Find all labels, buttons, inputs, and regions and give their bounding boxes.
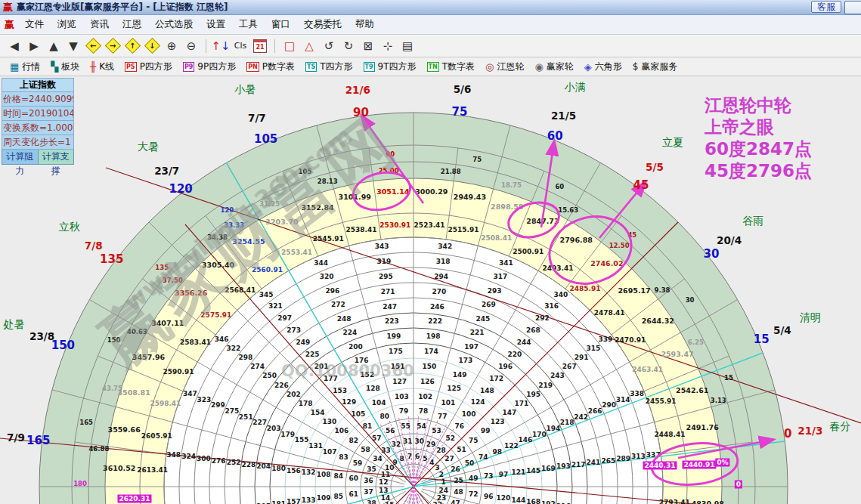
svg-text:193: 193 — [556, 462, 571, 470]
winner-service-button[interactable]: $ 赢家服务 — [633, 60, 677, 73]
svg-text:2613.41: 2613.41 — [137, 466, 168, 474]
svg-text:276: 276 — [212, 457, 226, 465]
triangle-tool-button[interactable]: △ — [300, 37, 318, 55]
zoom-out-button[interactable]: ⊖ — [182, 37, 200, 55]
t-square-button-icon: TS — [305, 62, 317, 72]
customer-service-button[interactable]: 客服 — [811, 1, 841, 13]
pan-right-button[interactable]: → — [104, 37, 122, 55]
svg-text:52: 52 — [445, 434, 455, 442]
svg-text:179: 179 — [280, 431, 295, 438]
rotate-ccw-button[interactable]: ↺ — [320, 37, 338, 55]
menu-item-2[interactable]: 资讯 — [83, 16, 116, 32]
t-number-table-button[interactable]: TNT数字表 — [427, 60, 475, 73]
svg-text:83: 83 — [339, 453, 348, 461]
delete-box-button[interactable]: ⊠ — [359, 37, 377, 55]
svg-text:3407.11: 3407.11 — [151, 319, 184, 327]
winner-wheel-button[interactable]: ◉赢家轮 — [534, 60, 573, 73]
svg-text:2463.41: 2463.41 — [632, 366, 663, 373]
svg-text:226: 226 — [274, 382, 289, 389]
t-square-button[interactable]: TST四方形 — [305, 60, 353, 73]
svg-text:33: 33 — [381, 447, 391, 454]
menu-item-4[interactable]: 公式选股 — [148, 16, 200, 32]
svg-text:58: 58 — [361, 446, 370, 453]
menu-item-5[interactable]: 设置 — [200, 16, 232, 32]
quotes-button[interactable]: ▦行情 — [10, 60, 40, 73]
svg-text:171: 171 — [514, 400, 528, 407]
calc-resistance-button[interactable]: 计算阻力 — [2, 150, 38, 165]
kline-button[interactable]: ╫K线 — [90, 60, 114, 73]
svg-text:271: 271 — [381, 288, 395, 295]
svg-text:23: 23 — [437, 494, 447, 502]
svg-text:129: 129 — [342, 398, 356, 406]
pan-up-button[interactable]: ↑ — [123, 37, 141, 55]
svg-text:31: 31 — [403, 438, 413, 445]
svg-text:194: 194 — [546, 425, 560, 432]
pan-right-button-icon: → — [104, 38, 120, 54]
svg-text:123: 123 — [491, 418, 505, 425]
svg-text:128: 128 — [366, 385, 380, 392]
chart-area[interactable]: 1234567891011121314151621222324252627282… — [0, 76, 861, 504]
p-number-table-button[interactable]: PNP数字表 — [246, 60, 295, 73]
rim-date-90: 21/6 — [345, 84, 370, 96]
square-tool-button[interactable]: □ — [280, 37, 299, 55]
svg-text:102: 102 — [418, 393, 432, 400]
svg-text:2515.91: 2515.91 — [448, 226, 479, 233]
svg-text:248: 248 — [337, 315, 352, 323]
svg-text:75: 75 — [469, 437, 479, 444]
clear-button[interactable]: ▤ — [398, 37, 417, 55]
calendar-button[interactable]: 21 — [251, 37, 269, 55]
svg-text:32: 32 — [392, 441, 401, 448]
svg-text:60: 60 — [555, 183, 564, 190]
svg-text:59: 59 — [353, 459, 363, 467]
sectors-button-icon: ▚ — [51, 62, 58, 72]
zoom-in-button[interactable]: ⊕ — [163, 37, 181, 55]
pan-down-button[interactable]: ↓ — [143, 37, 161, 55]
rim-degree-135: 135 — [100, 252, 123, 266]
svg-text:154: 154 — [311, 409, 325, 416]
svg-text:126: 126 — [420, 378, 435, 385]
t9-square-button[interactable]: T99T四方形 — [364, 60, 417, 73]
fit-button[interactable]: ⊹ — [379, 37, 397, 55]
menu-item-0[interactable]: 文件 — [18, 16, 51, 32]
rotate-cw-button[interactable]: ↻ — [339, 37, 358, 55]
p9-square-button[interactable]: P99P四方形 — [183, 60, 236, 73]
nav-left-button[interactable]: ◀ — [5, 37, 23, 55]
pan-left-button[interactable]: ← — [84, 37, 102, 55]
menu-item-1[interactable]: 浏览 — [51, 16, 83, 32]
menu-item-3[interactable]: 江恩 — [116, 16, 148, 32]
svg-text:2538.41: 2538.41 — [346, 226, 377, 233]
cls-button[interactable]: Cls — [231, 37, 249, 55]
svg-text:120: 120 — [221, 206, 234, 214]
svg-text:196: 196 — [498, 363, 513, 370]
svg-text:147: 147 — [503, 409, 517, 416]
menu-item-8[interactable]: 交易委托 — [297, 16, 348, 32]
svg-text:2485.91: 2485.91 — [569, 285, 600, 292]
svg-text:181: 181 — [271, 500, 286, 504]
svg-text:103: 103 — [395, 393, 409, 400]
nav-up-button[interactable]: ▲ — [45, 37, 63, 55]
menu-item-9[interactable]: 帮助 — [348, 16, 381, 32]
svg-text:27: 27 — [444, 455, 454, 462]
svg-text:3203.70: 3203.70 — [265, 218, 299, 226]
partial-button[interactable] — [844, 1, 861, 14]
svg-text:342: 342 — [438, 243, 452, 250]
menu-item-7[interactable]: 窗口 — [265, 16, 297, 32]
p-square-button[interactable]: PSP四方形 — [125, 60, 172, 73]
highlight-value-2: 2440.91 — [683, 461, 717, 469]
svg-text:324: 324 — [181, 453, 196, 460]
svg-text:150: 150 — [422, 363, 436, 370]
hexagon-button[interactable]: ◈六角形 — [584, 60, 622, 73]
tools-toolbar: ▦行情▚板块╫K线PSP四方形P99P四方形PNP数字表TST四方形T99T四方… — [0, 58, 861, 76]
nav-down-button[interactable]: ▼ — [64, 37, 82, 55]
svg-text:2793.41: 2793.41 — [659, 499, 690, 504]
sectors-button[interactable]: ▚板块 — [51, 60, 79, 73]
menu-item-6[interactable]: 工具 — [232, 16, 265, 32]
svg-text:24: 24 — [438, 487, 448, 494]
calc-support-button[interactable]: 计算支撑 — [38, 150, 75, 165]
nav-right-button[interactable]: ▶ — [25, 37, 43, 55]
updown-marker-button[interactable]: ↑↓ — [212, 37, 230, 55]
svg-text:107: 107 — [323, 448, 337, 456]
svg-text:98: 98 — [493, 448, 503, 456]
gann-wheel-button[interactable]: ◎江恩轮 — [485, 60, 524, 73]
svg-text:221: 221 — [470, 329, 485, 336]
